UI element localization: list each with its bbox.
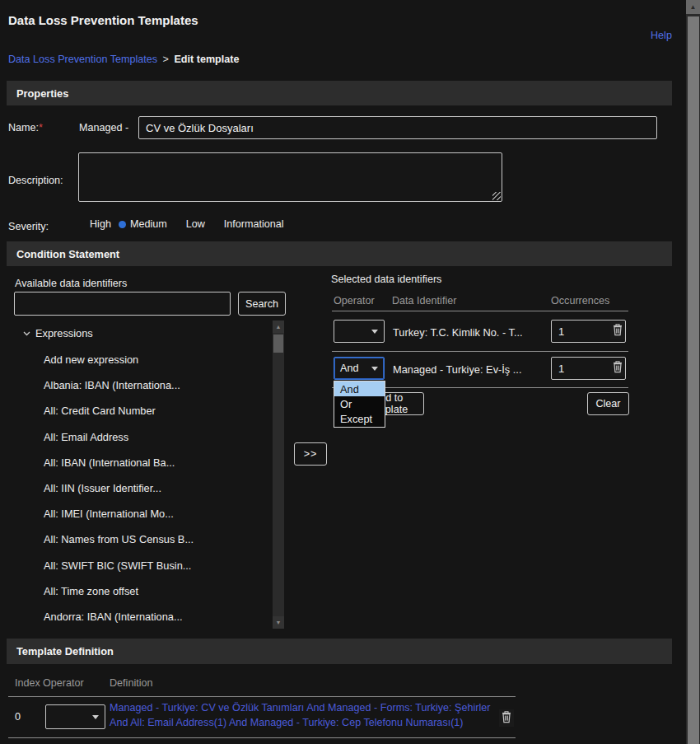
identifier-list-item[interactable]: All: IIN (Issuer Identifier... [44,475,270,501]
operator-dropdown-menu: And Or Except [334,381,385,428]
index-value: 0 [15,711,21,723]
divider [8,696,516,697]
breadcrumb-parent-link[interactable]: Data Loss Prevention Templates [8,54,157,65]
operator-column-header: Operator [43,677,84,689]
move-right-button[interactable]: >> [294,442,327,466]
definition-column-header: Definition [110,677,153,689]
radio-button-medium[interactable] [119,221,126,228]
trash-icon [612,323,623,336]
radio-button-low[interactable] [175,221,182,228]
severity-label: Severity: [8,221,49,232]
add-new-expression-link[interactable]: Add new expression [44,347,270,372]
operator-column-header: Operator [334,295,375,306]
chevron-down-icon [23,331,30,336]
identifier-list-item[interactable]: Andorra: IBAN (Internationa... [44,604,270,629]
identifier-search-input[interactable] [14,292,231,316]
identifier-list-item[interactable]: All: Time zone offset [44,578,270,604]
name-prefix-label: Managed - [79,122,128,133]
available-data-identifiers-label: Available data identifiers [15,278,127,289]
index-column-header: Index [15,677,40,689]
definition-link[interactable]: Managed - Turkiye: CV ve Özlük Tanımları… [110,701,492,730]
chevron-down-icon [92,715,99,719]
search-button[interactable]: Search [238,292,286,316]
description-label: Description: [8,175,63,186]
divider [332,351,628,352]
page-title: Data Loss Prevention Templates [8,13,198,27]
breadcrumb: Data Loss Prevention Templates > Edit te… [8,54,240,65]
menu-option-or[interactable]: Or [334,396,385,411]
delete-definition-button[interactable] [499,709,514,727]
trash-icon [612,360,623,373]
identifier-list-item[interactable]: Albania: IBAN (Internationa... [44,372,270,398]
scrollbar-thumb[interactable] [688,16,699,744]
identifier-list-item[interactable]: All: Credit Card Number [44,398,270,423]
scroll-up-icon[interactable]: ▲ [273,321,284,333]
list-scrollbar[interactable]: ▲ ▼ [273,321,284,629]
radio-button-high[interactable] [78,221,86,228]
identifier-list-item[interactable]: All: Email Address [44,424,270,450]
divider [8,737,516,738]
required-asterisk: * [39,122,43,133]
selected-identifier-label: Turkey: T.C. Kimlik No. - T... [393,326,523,339]
severity-option-medium[interactable]: Medium [119,218,167,230]
menu-option-and[interactable]: And [334,381,385,396]
clear-button[interactable]: Clear [587,392,629,415]
scroll-up-icon[interactable]: ▲ [686,0,700,14]
delete-row1-button[interactable] [610,322,625,339]
identifier-list-item[interactable]: All: SWIFT BIC (SWIFT Busin... [44,553,270,578]
scroll-down-icon[interactable]: ▼ [273,616,284,629]
scrollbar-thumb[interactable] [273,335,283,353]
operator-select-row1[interactable] [334,320,385,343]
name-input[interactable] [138,116,657,139]
chevron-down-icon [371,367,378,371]
description-textarea[interactable] [78,152,502,202]
name-label: Name:* [8,122,43,133]
menu-option-except[interactable]: Except [334,412,385,427]
divider [332,311,628,311]
occurrences-column-header: Occurrences [551,295,609,306]
radio-button-informational[interactable] [212,221,220,228]
selected-identifier-label: Managed - Turkiye: Ev-İş ... [393,363,521,376]
breadcrumb-current: Edit template [174,54,239,65]
chevron-down-icon [371,330,378,334]
selected-data-identifiers-label: Selected data identifiers [331,274,441,285]
delete-row2-button[interactable] [610,359,625,377]
expressions-tree-root[interactable]: Expressions [23,327,93,339]
identifier-list-item[interactable]: All: IMEI (International Mo... [44,501,270,526]
page-scrollbar[interactable]: ▲ [686,0,700,744]
identifier-list-item[interactable]: All: IBAN (International Ba... [44,450,270,475]
severity-option-low[interactable]: Low [175,218,205,230]
identifier-list: Add new expression Albania: IBAN (Intern… [44,347,270,629]
identifier-list-item[interactable]: All: Names from US Census B... [44,526,270,552]
severity-options: High Medium Low Informational [78,218,292,230]
condition-section-header: Condition Statement [7,241,672,266]
breadcrumb-separator: > [163,54,169,65]
template-definition-section-header: Template Definition [7,639,672,664]
data-identifier-column-header: Data Identifier [392,295,456,306]
help-link[interactable]: Help [651,30,672,41]
trash-icon [501,710,512,723]
severity-option-informational[interactable]: Informational [212,218,284,230]
operator-select-definition[interactable] [45,704,105,729]
operator-select-row2[interactable]: And [334,357,385,380]
properties-section-header: Properties [7,81,672,105]
severity-option-high[interactable]: High [78,218,111,230]
